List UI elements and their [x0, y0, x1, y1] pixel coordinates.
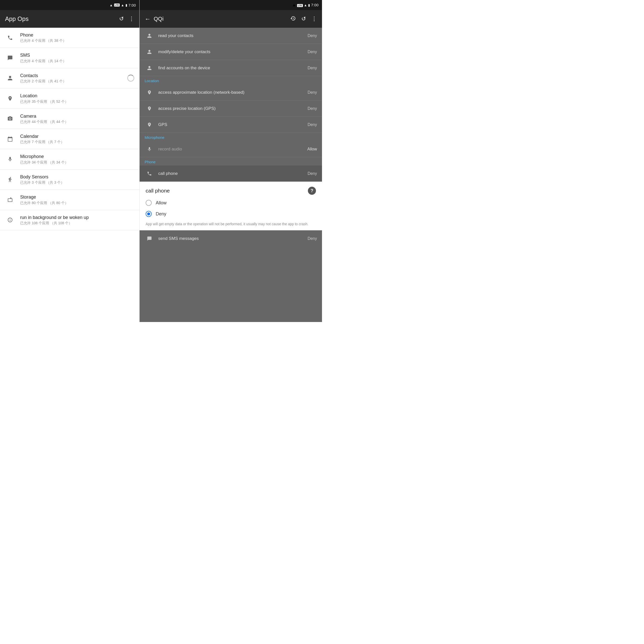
right-scrollable: read your contacts Deny modify/delete yo…: [140, 28, 322, 322]
permission-item[interactable]: access precise location (GPS) Deny: [140, 101, 322, 117]
background-icon: [5, 217, 15, 223]
body-sensors-icon: [5, 177, 15, 182]
battery-icon: ▮: [125, 3, 127, 7]
location-text: Location 已允许 35 个应用 （共 52 个）: [20, 93, 134, 104]
read-contacts-status: Deny: [308, 34, 317, 38]
sms-icon: [5, 55, 15, 61]
sms-bottom-icon: [145, 236, 154, 241]
right-panel: ▲ LTE ▲ ▮ 7:00 ← QQi ↺ ⋮ read your conta…: [140, 0, 322, 322]
permission-item[interactable]: record audio Allow: [140, 141, 322, 157]
allow-radio[interactable]: [146, 200, 152, 206]
wifi-icon: ▲: [110, 3, 113, 7]
storage-text: Storage 已允许 80 个应用 （共 80 个）: [20, 194, 134, 205]
list-item[interactable]: Microphone 已允许 34 个应用 （共 34 个）: [0, 149, 139, 169]
permission-item[interactable]: call phone Deny: [140, 166, 322, 182]
call-phone-status: Deny: [308, 171, 317, 176]
storage-subtitle: 已允许 80 个应用 （共 80 个）: [20, 201, 134, 205]
find-accounts-icon: [145, 66, 154, 71]
contacts-icon: [5, 75, 15, 81]
phone-text: Phone 已允许 4 个应用 （共 38 个）: [20, 32, 134, 43]
allow-option[interactable]: Allow: [140, 197, 322, 208]
phone-subtitle: 已允许 4 个应用 （共 38 个）: [20, 39, 134, 43]
right-status-bar: ▲ LTE ▲ ▮ 7:00: [140, 0, 322, 10]
contacts-text: Contacts 已允许 2 个应用 （共 41 个）: [20, 73, 134, 84]
find-accounts-label: find accounts on the device: [158, 66, 308, 71]
list-item[interactable]: Camera 已允许 44 个应用 （共 44 个）: [0, 109, 139, 129]
right-wifi-icon: ▲: [292, 3, 296, 7]
left-panel: ▲ LTE ▲ ▮ 7:00 App Ops ↺ ⋮ Phone 已允许 4 个…: [0, 0, 140, 322]
deny-radio-fill: [147, 212, 150, 215]
right-lte-badge: LTE: [297, 4, 303, 7]
app-ops-list: Phone 已允许 4 个应用 （共 38 个） SMS 已允许 4 个应用 （…: [0, 28, 139, 322]
left-time: 7:00: [128, 3, 136, 7]
permission-item[interactable]: find accounts on the device Deny: [140, 60, 322, 76]
storage-icon: [5, 197, 15, 203]
help-icon[interactable]: ?: [308, 187, 316, 195]
right-time: 7:00: [311, 3, 318, 7]
find-accounts-status: Deny: [308, 66, 317, 70]
refresh-icon[interactable]: ↺: [119, 16, 124, 22]
modify-contacts-status: Deny: [308, 50, 317, 54]
list-item[interactable]: Storage 已允许 80 个应用 （共 80 个）: [0, 190, 139, 210]
call-phone-icon: [145, 171, 154, 176]
permission-item[interactable]: read your contacts Deny: [140, 28, 322, 44]
approx-location-icon: [145, 90, 154, 95]
location-section-header: Location: [140, 76, 322, 84]
background-title: run in background or be woken up: [20, 215, 134, 220]
back-icon[interactable]: ←: [145, 15, 151, 22]
contacts-section-scrolled: read your contacts Deny modify/delete yo…: [140, 28, 322, 76]
approx-location-label: access approximate location (network-bas…: [158, 90, 308, 95]
left-app-bar-icons: ↺ ⋮: [119, 16, 134, 22]
permission-item[interactable]: modify/delete your contacts Deny: [140, 44, 322, 60]
location-section: access approximate location (network-bas…: [140, 84, 322, 133]
list-item[interactable]: SMS 已允许 4 个应用 （共 14 个）: [0, 48, 139, 68]
gps-label: GPS: [158, 122, 308, 127]
permission-item[interactable]: GPS Deny: [140, 117, 322, 133]
contacts-subtitle: 已允许 2 个应用 （共 41 个）: [20, 79, 134, 84]
calendar-icon: [5, 136, 15, 142]
background-subtitle: 已允许 108 个应用 （共 108 个）: [20, 221, 134, 226]
modify-contacts-icon: [145, 49, 154, 54]
deny-radio[interactable]: [146, 211, 152, 217]
calendar-subtitle: 已允许 7 个应用 （共 7 个）: [20, 140, 134, 144]
read-contacts-label: read your contacts: [158, 33, 308, 38]
more-icon[interactable]: ⋮: [129, 16, 134, 22]
dialog-title: call phone: [146, 188, 308, 194]
bottom-sms-item[interactable]: send SMS messages Deny: [140, 230, 322, 246]
location-icon: [5, 96, 15, 101]
record-audio-icon: [145, 147, 154, 152]
left-status-bar: ▲ LTE ▲ ▮ 7:00: [0, 0, 139, 10]
microphone-subtitle: 已允许 34 个应用 （共 34 个）: [20, 160, 134, 165]
contacts-loading: [127, 75, 134, 82]
sms-subtitle: 已允许 4 个应用 （共 14 个）: [20, 59, 134, 63]
list-item[interactable]: run in background or be woken up 已允许 108…: [0, 210, 139, 230]
background-text: run in background or be woken up 已允许 108…: [20, 215, 134, 226]
permission-item[interactable]: access approximate location (network-bas…: [140, 84, 322, 101]
microphone-section: record audio Allow: [140, 141, 322, 157]
list-item[interactable]: Phone 已允许 4 个应用 （共 38 个）: [0, 28, 139, 48]
right-more-icon[interactable]: ⋮: [311, 16, 317, 22]
history-icon[interactable]: [290, 16, 296, 22]
precise-location-status: Deny: [308, 106, 317, 111]
right-battery-icon: ▮: [308, 3, 310, 7]
camera-text: Camera 已允许 44 个应用 （共 44 个）: [20, 113, 134, 124]
list-item[interactable]: Contacts 已允许 2 个应用 （共 41 个）: [0, 68, 139, 88]
list-item[interactable]: Location 已允许 35 个应用 （共 52 个）: [0, 88, 139, 109]
right-signal-icon: ▲: [304, 3, 307, 7]
sms-title: SMS: [20, 52, 134, 58]
right-refresh-icon[interactable]: ↺: [301, 16, 306, 22]
microphone-icon: [5, 156, 15, 162]
microphone-text: Microphone 已允许 34 个应用 （共 34 个）: [20, 154, 134, 165]
record-audio-label: record audio: [158, 147, 307, 152]
deny-option[interactable]: Deny: [140, 208, 322, 219]
deny-label: Deny: [156, 211, 166, 217]
app-ops-title: App Ops: [5, 15, 116, 22]
location-subtitle: 已允许 35 个应用 （共 52 个）: [20, 100, 134, 104]
list-item[interactable]: Calendar 已允许 7 个应用 （共 7 个）: [0, 129, 139, 149]
read-contacts-icon: [145, 33, 154, 38]
contacts-title: Contacts: [20, 73, 134, 79]
right-app-bar-icons: ↺ ⋮: [290, 16, 317, 22]
list-item[interactable]: Body Sensors 已允许 3 个应用 （共 3 个）: [0, 170, 139, 190]
qqiapp-title: QQi: [154, 16, 287, 22]
left-app-bar: App Ops ↺ ⋮: [0, 10, 139, 28]
